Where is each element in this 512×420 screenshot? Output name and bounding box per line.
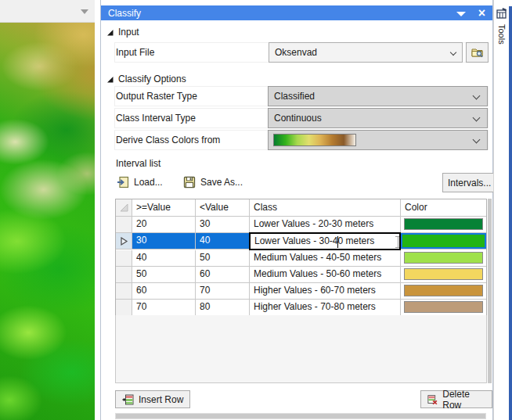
panel-title: Classify xyxy=(108,8,141,19)
gte-cell[interactable]: 70 xyxy=(132,300,196,316)
row-selector[interactable] xyxy=(116,300,132,316)
row-selector[interactable] xyxy=(116,217,132,233)
delete-row-button[interactable]: Delete Row xyxy=(420,390,492,408)
table-row: 20 30 Lower Values - 20-30 meters xyxy=(116,217,486,233)
class-cell[interactable]: Lower Values - 20-30 meters xyxy=(250,217,401,233)
insert-row-icon xyxy=(122,394,134,405)
gte-cell[interactable]: 30 xyxy=(132,233,196,249)
delete-row-icon xyxy=(427,394,438,405)
column-header-class: Class xyxy=(250,199,401,217)
input-file-label: Input File xyxy=(116,47,154,58)
interval-list-label: Interval list xyxy=(116,158,160,169)
table-scrollbar[interactable] xyxy=(488,199,492,383)
save-as-button[interactable]: Save As... xyxy=(183,176,243,188)
corner-triangle-icon xyxy=(119,203,129,213)
chevron-down-icon xyxy=(473,92,481,100)
row-selector[interactable] xyxy=(116,267,132,283)
folder-search-icon xyxy=(471,46,484,59)
column-header-gte: >=Value xyxy=(132,199,196,217)
section-header-classify-options[interactable]: Classify Options xyxy=(106,74,186,84)
tools-tab-label: Tools xyxy=(497,24,507,45)
chevron-down-icon xyxy=(473,136,481,144)
close-icon[interactable]: × xyxy=(478,6,485,20)
section-label: Input xyxy=(118,27,139,38)
save-as-label: Save As... xyxy=(200,177,243,188)
row-selector[interactable] xyxy=(116,250,132,267)
load-icon xyxy=(117,176,129,188)
classify-panel: Classify × Input Input File Oksenvad xyxy=(100,0,493,420)
panel-titlebar: Classify × xyxy=(101,5,492,20)
color-cell[interactable] xyxy=(401,250,486,267)
insert-row-label: Insert Row xyxy=(139,394,183,405)
select-all-cell[interactable] xyxy=(116,199,132,217)
caret-down-icon[interactable] xyxy=(456,12,466,16)
load-button[interactable]: Load... xyxy=(117,176,163,188)
column-header-color: Color xyxy=(401,199,486,217)
output-raster-type-label: Output Raster Type xyxy=(116,91,197,102)
delete-row-label: Delete Row xyxy=(442,389,485,411)
color-cell[interactable] xyxy=(401,267,486,283)
table-empty-area xyxy=(115,315,487,383)
color-ramp-swatch xyxy=(273,134,356,146)
section-header-input[interactable]: Input xyxy=(106,27,139,38)
row-selector[interactable] xyxy=(116,283,132,300)
table-row-selected: 30 40 Lower Values - 30-40 meters xyxy=(116,233,486,250)
color-swatch xyxy=(404,218,483,230)
input-file-value: Oksenvad xyxy=(275,47,317,58)
lt-cell[interactable]: 30 xyxy=(196,217,250,233)
load-label: Load... xyxy=(134,177,163,188)
class-cell[interactable]: Higher Values - 60-70 meters xyxy=(250,283,401,300)
lt-cell[interactable]: 40 xyxy=(196,233,250,249)
lt-cell[interactable]: 60 xyxy=(196,267,250,283)
scrollbar-thumb[interactable] xyxy=(116,414,485,418)
insert-row-button[interactable]: Insert Row xyxy=(115,390,190,408)
color-swatch xyxy=(404,268,483,280)
lt-cell[interactable]: 80 xyxy=(196,300,250,316)
class-cell-editing[interactable]: Lower Values - 30-40 meters xyxy=(249,232,401,250)
lt-cell[interactable]: 70 xyxy=(196,283,250,300)
lt-cell[interactable]: 50 xyxy=(196,250,250,267)
text-caret xyxy=(337,236,338,248)
table-header-row: >=Value <Value Class Color xyxy=(116,199,486,217)
output-raster-type-dropdown[interactable]: Classified xyxy=(268,86,488,106)
color-cell[interactable] xyxy=(401,300,486,316)
color-cell[interactable] xyxy=(401,283,486,300)
intervals-button[interactable]: Intervals... xyxy=(442,173,496,192)
class-cell[interactable]: Higher Values - 70-80 meters xyxy=(250,300,401,316)
table-row: 60 70 Higher Values - 60-70 meters xyxy=(116,283,486,300)
class-edit-text: Lower Values - 30-40 meters xyxy=(254,235,374,246)
color-swatch xyxy=(401,233,486,249)
color-swatch xyxy=(404,252,483,264)
color-cell[interactable] xyxy=(401,233,486,249)
color-swatch xyxy=(404,301,483,313)
chevron-down-icon xyxy=(473,114,481,122)
output-raster-type-value: Classified xyxy=(274,91,315,102)
derive-class-colors-dropdown[interactable] xyxy=(268,130,488,150)
table-row: 40 50 Medium Values - 40-50 meters xyxy=(116,250,486,267)
row-selector[interactable] xyxy=(116,233,132,249)
dropdown-arrow-icon[interactable] xyxy=(81,9,88,14)
horizontal-scrollbar[interactable] xyxy=(115,413,486,419)
chevron-down-icon xyxy=(450,49,456,56)
class-interval-type-label: Class Interval Type xyxy=(116,113,196,124)
class-cell[interactable]: Medium Values - 50-60 meters xyxy=(250,267,401,283)
gte-cell[interactable]: 50 xyxy=(132,267,196,283)
collapse-triangle-icon xyxy=(106,29,114,36)
class-interval-type-dropdown[interactable]: Continuous xyxy=(268,108,488,128)
input-file-combo[interactable]: Oksenvad xyxy=(269,42,463,63)
class-interval-type-value: Continuous xyxy=(274,113,322,124)
gte-cell[interactable]: 60 xyxy=(132,283,196,300)
tab-tools[interactable]: Tools xyxy=(494,5,509,67)
gte-cell[interactable]: 20 xyxy=(132,217,196,233)
derive-class-colors-label: Derive Class Colors from xyxy=(116,135,220,145)
current-row-triangle-icon xyxy=(120,236,128,246)
class-cell[interactable]: Medium Values - 40-50 meters xyxy=(250,250,401,267)
gte-cell[interactable]: 40 xyxy=(132,250,196,267)
browse-button[interactable] xyxy=(466,42,489,63)
intervals-label: Intervals... xyxy=(448,178,491,188)
tools-icon xyxy=(496,7,508,20)
ibeam-cursor-icon xyxy=(395,236,401,248)
map-raster-preview[interactable] xyxy=(0,23,95,420)
color-cell[interactable] xyxy=(401,217,486,233)
table-row: 50 60 Medium Values - 50-60 meters xyxy=(116,267,486,283)
